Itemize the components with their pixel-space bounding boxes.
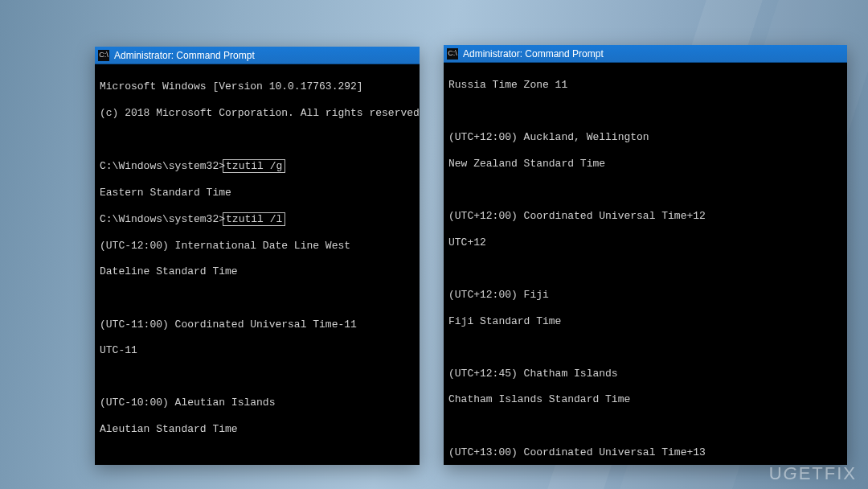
output-line: Russia Time Zone 11: [448, 79, 842, 92]
output-line: Aleutian Standard Time: [100, 423, 415, 436]
output-line: (UTC+12:00) Auckland, Wellington: [448, 131, 842, 144]
prompt-path: C:\Windows\system32>: [100, 160, 225, 172]
output-line: Fiji Standard Time: [448, 315, 842, 328]
output-line: Dateline Standard Time: [100, 265, 415, 278]
blank-line: [448, 262, 842, 275]
prompt-path: C:\Windows\system32>: [100, 213, 225, 225]
output-line: (UTC+12:45) Chatham Islands: [448, 368, 842, 380]
cmd-icon: C:\: [447, 48, 458, 60]
blank-line: [448, 184, 842, 197]
blank-line: [100, 371, 415, 384]
output-line: (UTC-11:00) Coordinated Universal Time-1…: [100, 318, 415, 331]
output-line: (UTC+12:00) Fiji: [448, 289, 842, 302]
output-line: Microsoft Windows [Version 10.0.17763.29…: [100, 80, 415, 93]
blank-line: [448, 420, 842, 433]
window-title: Administrator: Command Prompt: [463, 48, 604, 60]
output-line: (UTC+12:00) Coordinated Universal Time+1…: [448, 210, 842, 223]
output-line: UTC+12: [448, 236, 842, 249]
titlebar[interactable]: C:\ Administrator: Command Prompt: [95, 47, 420, 64]
terminal-body[interactable]: Microsoft Windows [Version 10.0.17763.29…: [95, 64, 420, 465]
window-title: Administrator: Command Prompt: [114, 50, 255, 61]
prompt-line: C:\Windows\system32>tzutil /g: [100, 159, 415, 173]
output-line: Chatham Islands Standard Time: [448, 393, 842, 406]
watermark: UGETFIX: [769, 463, 857, 484]
cmd-window-left[interactable]: C:\ Administrator: Command Prompt Micros…: [95, 47, 420, 465]
blank-line: [100, 133, 415, 146]
blank-line: [100, 450, 415, 462]
output-line: (c) 2018 Microsoft Corporation. All righ…: [100, 107, 415, 120]
blank-line: [448, 341, 842, 354]
output-line: UTC-11: [100, 344, 415, 357]
cmd-window-right[interactable]: C:\ Administrator: Command Prompt Russia…: [444, 45, 847, 465]
terminal-body[interactable]: Russia Time Zone 11 (UTC+12:00) Auckland…: [444, 63, 847, 465]
prompt-line: C:\Windows\system32>tzutil /l: [100, 212, 415, 226]
output-line: (UTC-10:00) Aleutian Islands: [100, 397, 415, 409]
titlebar[interactable]: C:\ Administrator: Command Prompt: [444, 45, 847, 63]
blank-line: [100, 292, 415, 305]
command-highlight: tzutil /l: [223, 212, 285, 226]
output-line: (UTC-12:00) International Date Line West: [100, 240, 415, 253]
output-line: (UTC+13:00) Coordinated Universal Time+1…: [448, 446, 842, 459]
command-highlight: tzutil /g: [223, 159, 285, 173]
output-line: Eastern Standard Time: [100, 187, 415, 199]
cmd-icon: C:\: [98, 50, 109, 61]
blank-line: [448, 105, 842, 118]
output-line: New Zealand Standard Time: [448, 158, 842, 171]
